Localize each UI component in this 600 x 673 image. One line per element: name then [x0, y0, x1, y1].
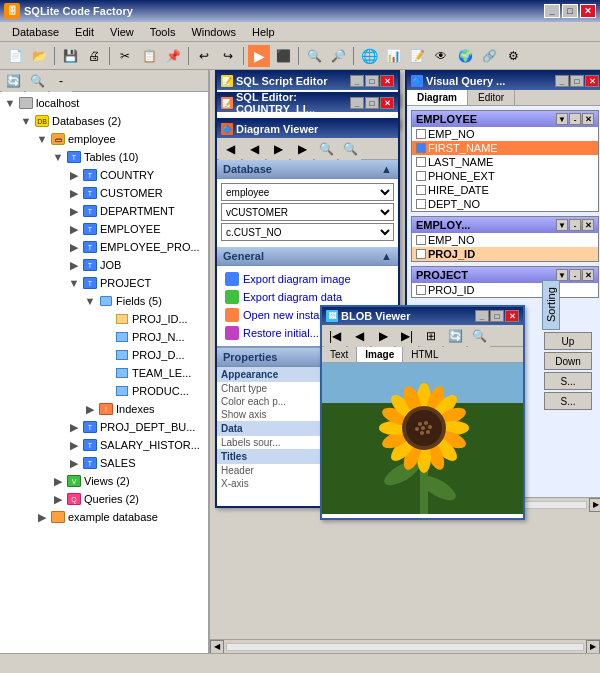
- sql-editor-minimize[interactable]: _: [350, 75, 364, 87]
- tree-toggle-views[interactable]: ▶: [50, 475, 66, 488]
- tree-employee2[interactable]: ▶ T EMPLOYEE: [2, 220, 206, 238]
- tb-filter[interactable]: 🔎: [327, 45, 349, 67]
- tree-toggle-country[interactable]: ▶: [66, 169, 82, 182]
- export-image-link[interactable]: Export diagram image: [221, 270, 394, 288]
- emp-cb-emp-no[interactable]: [416, 129, 426, 139]
- tree-indexes[interactable]: ▶ I Indexes: [2, 400, 206, 418]
- blob-tb-play[interactable]: ▶: [372, 325, 394, 347]
- vqb-scroll-right[interactable]: ▶: [589, 498, 600, 512]
- tree-toggle-emp2[interactable]: ▶: [66, 223, 82, 236]
- menu-windows[interactable]: Windows: [183, 24, 244, 40]
- tree-tb-refresh[interactable]: 🔄: [2, 70, 24, 92]
- tb-save[interactable]: 💾: [59, 45, 81, 67]
- vqb-maximize[interactable]: □: [570, 75, 584, 87]
- tb-extra1[interactable]: 🌍: [454, 45, 476, 67]
- blob-tb-last[interactable]: ⊞: [420, 325, 442, 347]
- tb-view[interactable]: 👁: [430, 45, 452, 67]
- sorting-label[interactable]: Sorting: [542, 280, 560, 330]
- tree-views[interactable]: ▶ V Views (2): [2, 472, 206, 490]
- tree-toggle-customer[interactable]: ▶: [66, 187, 82, 200]
- tb-extra2[interactable]: 🔗: [478, 45, 500, 67]
- tree-toggle-dbs[interactable]: ▼: [18, 115, 34, 127]
- tree-team-le[interactable]: ▶ TEAM_LE...: [2, 364, 206, 382]
- tree-queries[interactable]: ▶ Q Queries (2): [2, 490, 206, 508]
- diagram-tb2[interactable]: ◀: [243, 138, 265, 160]
- vqb-minimize[interactable]: _: [555, 75, 569, 87]
- menu-database[interactable]: Database: [4, 24, 67, 40]
- tree-toggle-tables[interactable]: ▼: [50, 151, 66, 163]
- tree-produc[interactable]: ▶ PRODUC...: [2, 382, 206, 400]
- sort-s2-btn[interactable]: S...: [544, 392, 592, 410]
- tree-proj-dept[interactable]: ▶ T PROJ_DEPT_BU...: [2, 418, 206, 436]
- tree-tables[interactable]: ▼ T Tables (10): [2, 148, 206, 166]
- tree-toggle-sales[interactable]: ▶: [66, 457, 82, 470]
- sql-editor2-maximize[interactable]: □: [365, 97, 379, 109]
- main-scroll-left[interactable]: ◀: [210, 640, 224, 654]
- diagram-tb4[interactable]: ▶: [291, 138, 313, 160]
- tb-stop[interactable]: ⬛: [272, 45, 294, 67]
- main-scroll-track[interactable]: [226, 643, 584, 651]
- employ-btn-close[interactable]: ✕: [582, 219, 594, 231]
- emp-btn-close[interactable]: ✕: [582, 113, 594, 125]
- tb-new[interactable]: 📄: [4, 45, 26, 67]
- sql-editor2-close[interactable]: ✕: [380, 97, 394, 109]
- tb-extra3[interactable]: ⚙: [502, 45, 524, 67]
- emp-cb-last-name[interactable]: [416, 157, 426, 167]
- diagram-tb5[interactable]: 🔍: [315, 138, 337, 160]
- sort-s1-btn[interactable]: S...: [544, 372, 592, 390]
- menu-view[interactable]: View: [102, 24, 142, 40]
- blob-tb-first[interactable]: |◀: [324, 325, 346, 347]
- employ-cb-emp-no[interactable]: [416, 235, 426, 245]
- sql-editor-close[interactable]: ✕: [380, 75, 394, 87]
- tree-department[interactable]: ▶ T DEPARTMENT: [2, 202, 206, 220]
- tree-toggle-queries[interactable]: ▶: [50, 493, 66, 506]
- diagram-tb6[interactable]: 🔍: [339, 138, 361, 160]
- employ-cb-proj-id[interactable]: [416, 249, 426, 259]
- tree-proj-id[interactable]: ▶ PROJ_ID...: [2, 310, 206, 328]
- blob-tab-image[interactable]: Image: [357, 347, 403, 362]
- menu-tools[interactable]: Tools: [142, 24, 184, 40]
- minimize-button[interactable]: _: [544, 4, 560, 18]
- tree-toggle-proj[interactable]: ▼: [66, 277, 82, 289]
- tb-diagram[interactable]: 🌐: [358, 45, 380, 67]
- tree-job[interactable]: ▶ T JOB: [2, 256, 206, 274]
- menu-help[interactable]: Help: [244, 24, 283, 40]
- tree-toggle-example[interactable]: ▶: [34, 511, 50, 524]
- blob-tb-next[interactable]: ▶|: [396, 325, 418, 347]
- tb-paste[interactable]: 📌: [162, 45, 184, 67]
- sql-editor-maximize[interactable]: □: [365, 75, 379, 87]
- tree-tb-collapse[interactable]: -: [50, 70, 72, 92]
- db-select3[interactable]: c.CUST_NO: [221, 223, 394, 241]
- tree-example[interactable]: ▶ example database: [2, 508, 206, 526]
- main-scroll-right[interactable]: ▶: [586, 640, 600, 654]
- diagram-tb1[interactable]: ◀: [219, 138, 241, 160]
- emp-cb-dept-no[interactable]: [416, 199, 426, 209]
- blob-tb-zoom[interactable]: 🔍: [468, 325, 490, 347]
- tb-undo[interactable]: ↩: [193, 45, 215, 67]
- tab-diagram[interactable]: Diagram: [407, 90, 468, 105]
- tree-toggle-fields[interactable]: ▼: [82, 295, 98, 307]
- tb-redo[interactable]: ↪: [217, 45, 239, 67]
- tree-toggle-indexes[interactable]: ▶: [82, 403, 98, 416]
- tree-toggle-proj-dept[interactable]: ▶: [66, 421, 82, 434]
- tree-toggle-salary[interactable]: ▶: [66, 439, 82, 452]
- emp-cb-phone-ext[interactable]: [416, 171, 426, 181]
- tree-proj-d[interactable]: ▶ PROJ_D...: [2, 346, 206, 364]
- tree-toggle-dept[interactable]: ▶: [66, 205, 82, 218]
- sql-editor2-minimize[interactable]: _: [350, 97, 364, 109]
- tree-toggle-job[interactable]: ▶: [66, 259, 82, 272]
- emp-cb-first-name[interactable]: [416, 143, 426, 153]
- tree-project[interactable]: ▼ T PROJECT: [2, 274, 206, 292]
- tb-run[interactable]: ▶: [248, 45, 270, 67]
- emp-cb-hire-date[interactable]: [416, 185, 426, 195]
- menu-edit[interactable]: Edit: [67, 24, 102, 40]
- blob-tab-text[interactable]: Text: [322, 347, 357, 362]
- tree-toggle-emp-pro[interactable]: ▶: [66, 241, 82, 254]
- diagram-tb3[interactable]: ▶: [267, 138, 289, 160]
- blob-tab-html[interactable]: HTML: [403, 347, 446, 362]
- general-section-header[interactable]: General ▲: [217, 247, 398, 266]
- proj-cb-proj-id[interactable]: [416, 285, 426, 295]
- database-section-header[interactable]: Database ▲: [217, 160, 398, 179]
- tree-toggle-localhost[interactable]: ▼: [2, 97, 18, 109]
- employ-btn-minus[interactable]: -: [569, 219, 581, 231]
